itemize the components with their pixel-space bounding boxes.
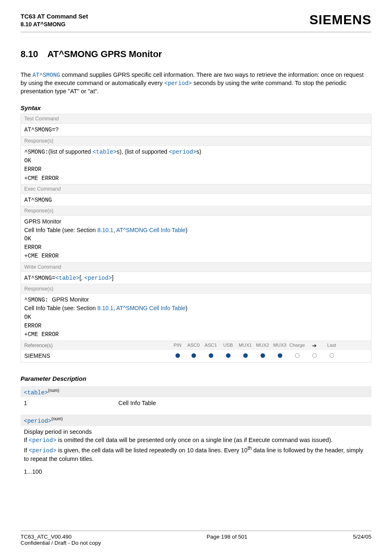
write-r4: ERROR (24, 322, 42, 329)
write-r1a: ^SMONG: (24, 297, 52, 303)
dot-filled-icon (191, 353, 196, 358)
exec-r2d-link[interactable]: AT^SMONG Cell Info Table (116, 227, 186, 233)
write-response-label: Response(s) (21, 284, 371, 294)
param-period-l3a: If (24, 447, 29, 454)
write-r1b: GPRS Monitor (52, 296, 89, 303)
brand-logo: SIEMENS (309, 12, 371, 28)
footer-date: 5/24/05 (353, 534, 371, 546)
exec-r2b-link[interactable]: 8.10.1 (97, 227, 113, 233)
test-r3: ERROR (24, 166, 42, 173)
dot-last (323, 352, 340, 359)
param-table-val: Cell Info Table (118, 399, 156, 407)
write-cmd-d-link[interactable]: <period> (84, 275, 112, 281)
test-r4: +CME ERROR (24, 175, 59, 182)
ref-col-mux2: MUX2 (254, 343, 271, 348)
exec-r2a: Cell Info Table (see: Section (24, 227, 97, 233)
dot-filled-icon (243, 353, 248, 358)
reference-label: Reference(s) (24, 343, 170, 348)
test-r1d: s), (list of supported (117, 148, 169, 155)
exec-response: GPRS Monitor Cell Info Table (see: Secti… (21, 216, 371, 262)
airplane-icon: ➔ (312, 343, 317, 348)
dot-filled-icon (278, 353, 282, 358)
test-r1e-link[interactable]: <period> (169, 149, 196, 155)
param-desc-heading: Parameter Description (21, 375, 371, 382)
page-footer: TC63_ATC_V00.490 Confidential / Draft - … (21, 530, 371, 546)
reference-vendor: SIEMENS (24, 352, 170, 359)
dot-charge (288, 352, 306, 359)
section-heading: 8.10 AT^SMONG GPRS Monitor (21, 49, 371, 60)
exec-response-label: Response(s) (21, 206, 371, 216)
dot-filled-icon (175, 353, 180, 358)
param-period-l3b-link[interactable]: <period> (29, 447, 56, 454)
param-period-l1: Display period in seconds (24, 428, 368, 436)
dot-arrow (306, 352, 323, 359)
dot-asc0 (185, 352, 202, 359)
exec-command: AT^SMONG (21, 194, 371, 206)
write-r2d-link[interactable]: AT^SMONG Cell Info Table (116, 305, 186, 311)
intro-param-link[interactable]: <period> (164, 80, 192, 87)
param-period-body: Display period in seconds If <period> is… (21, 426, 371, 476)
ref-col-mux1: MUX1 (237, 343, 254, 348)
section-title-text: AT^SMONG GPRS Monitor (47, 49, 162, 59)
write-r2e: ) (186, 305, 188, 311)
write-r2a: Cell Info Table (see: Section (24, 305, 97, 311)
param-period-name[interactable]: <period> (24, 418, 51, 424)
dot-mux3 (271, 352, 288, 359)
write-command: AT^SMONG=<table>[, <period>] (21, 272, 371, 284)
write-r2c: , (113, 305, 116, 311)
reference-value-row: SIEMENS (21, 350, 371, 362)
param-period-bar: <period>(num) (21, 415, 371, 426)
doc-title: TC63 AT Command Set (21, 12, 88, 21)
test-r1b: (list of supported (48, 148, 92, 155)
header-left: TC63 AT Command Set 8.10 AT^SMONG (21, 12, 88, 28)
exec-command-text: AT^SMONG (24, 197, 52, 203)
dot-pin (170, 352, 185, 359)
footer-page-number: Page 198 of 501 (101, 534, 353, 546)
reference-header-row: Reference(s) PIN ASC0 ASC1 USB MUX1 MUX2… (21, 341, 371, 350)
param-period-l3c: is given, the cell data will be listed r… (56, 447, 247, 454)
dot-filled-icon (226, 353, 231, 358)
param-period-sup: (num) (51, 416, 62, 421)
intro-pre: The (21, 71, 32, 78)
intro-paragraph: The AT^SMONG command supplies GPRS speci… (21, 71, 371, 95)
exec-r3: OK (24, 235, 31, 242)
test-r1c-link[interactable]: <table> (92, 149, 117, 155)
write-cmd-c: [, (79, 274, 84, 281)
syntax-heading: Syntax (21, 104, 371, 111)
write-response: ^SMONG: GPRS Monitor Cell Info Table (se… (21, 294, 371, 340)
dot-asc1 (202, 352, 219, 359)
dot-filled-icon (261, 353, 265, 358)
param-period-l2c: is omitted the cell data will be present… (56, 437, 332, 443)
ref-col-usb: USB (219, 343, 237, 348)
param-period-l2a: If (24, 437, 29, 443)
write-r2b-link[interactable]: 8.10.1 (97, 305, 113, 311)
exec-r2c: , (113, 227, 116, 233)
param-table-name[interactable]: <table> (24, 389, 48, 396)
test-r1f: s) (196, 148, 201, 155)
doc-subtitle: 8.10 AT^SMONG (21, 21, 88, 28)
write-command-label: Write Command (21, 262, 371, 272)
intro-cmd-link[interactable]: AT^SMONG (32, 72, 60, 78)
syntax-box: Test Command AT^SMONG=? Response(s) ^SMO… (21, 114, 371, 362)
param-table-sup: (num) (48, 388, 59, 393)
dot-filled-icon (209, 353, 213, 358)
test-r1a: ^SMONG: (24, 149, 48, 155)
write-cmd-b-link[interactable]: <table> (55, 275, 80, 281)
write-r5: +CME ERROR (24, 331, 59, 338)
ref-col-pin: PIN (170, 343, 185, 348)
param-period-l3d: th (247, 445, 251, 451)
test-response-label: Response(s) (21, 136, 371, 146)
ref-col-arrow: ➔ (306, 343, 323, 348)
footer-confidential: Confidential / Draft - Do not copy (21, 540, 101, 546)
dot-empty-icon (312, 353, 317, 358)
section-number: 8.10 (21, 49, 45, 60)
exec-r4: ERROR (24, 244, 42, 251)
exec-command-label: Exec Command (21, 184, 371, 194)
exec-r5: +CME ERROR (24, 253, 59, 259)
ref-col-asc0: ASC0 (185, 343, 202, 348)
write-cmd-a: AT^SMONG= (24, 275, 55, 281)
param-period-l2b-link[interactable]: <period> (29, 437, 56, 444)
dot-mux2 (254, 352, 271, 359)
exec-r1: GPRS Monitor (24, 218, 61, 225)
dot-mux1 (237, 352, 254, 359)
